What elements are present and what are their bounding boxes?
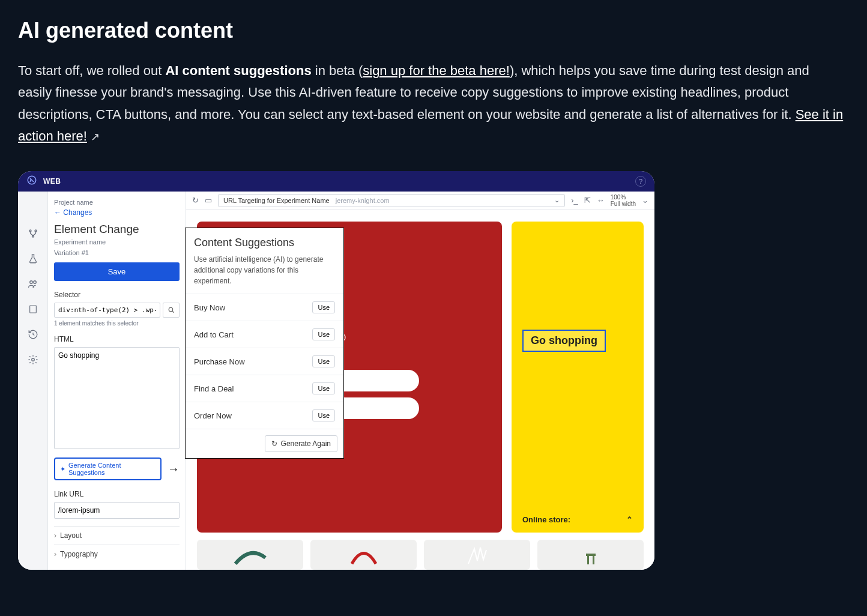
suggestion-row: Find a Deal Use: [186, 375, 343, 402]
cursor-icon[interactable]: ⇱: [584, 196, 591, 205]
svg-point-1: [29, 230, 31, 232]
generate-again-label: Generate Again: [281, 439, 331, 448]
preview-thumbnails: [186, 533, 654, 570]
svg-rect-6: [29, 306, 36, 313]
back-to-changes-link[interactable]: ← Changes: [54, 208, 180, 217]
product-label: WEB: [43, 177, 61, 186]
code-icon[interactable]: ›_: [571, 196, 578, 205]
panel-title: Element Change: [54, 223, 180, 236]
selector-label: Selector: [54, 291, 180, 299]
html-textarea[interactable]: [54, 347, 180, 449]
refresh-icon: ↻: [271, 439, 277, 448]
use-suggestion-button[interactable]: Use: [312, 328, 335, 340]
html-label: HTML: [54, 335, 180, 343]
suggestion-text: Buy Now: [194, 303, 225, 312]
external-link-icon: ↗: [91, 128, 100, 146]
link-url-input[interactable]: [54, 502, 180, 519]
svg-rect-10: [587, 556, 589, 564]
thumbnail-4: [537, 540, 644, 570]
intro-paragraph: To start off, we rolled out AI content s…: [18, 60, 847, 147]
selector-input[interactable]: [54, 303, 160, 318]
svg-point-2: [35, 230, 37, 232]
intro-text-1: To start off, we rolled out: [18, 63, 165, 78]
generate-suggestions-label: Generate Content Suggestions: [68, 462, 156, 476]
suggestion-text: Order Now: [194, 411, 232, 420]
zoom-percent: 100%: [611, 194, 636, 201]
variation-label: Variation #1: [54, 249, 180, 256]
intro-bold: AI content suggestions: [165, 63, 311, 78]
chevron-down-icon: ⌄: [554, 196, 560, 204]
chevron-down-icon[interactable]: ⌄: [642, 196, 648, 205]
save-button[interactable]: Save: [54, 262, 180, 281]
generate-again-button[interactable]: ↻ Generate Again: [265, 435, 337, 452]
suggestion-row: Purchase Now Use: [186, 348, 343, 375]
settings-gear-icon[interactable]: [27, 354, 39, 366]
signup-link[interactable]: sign up for the beta here!: [363, 63, 510, 78]
app-topbar: WEB ?: [18, 171, 654, 192]
chevron-right-icon: ›: [54, 531, 56, 540]
refresh-icon[interactable]: ↻: [192, 196, 199, 205]
url-title: URL Targeting for Experiment Name: [223, 197, 330, 204]
generate-suggestions-button[interactable]: ✦ Generate Content Suggestions: [54, 457, 162, 480]
element-change-panel: Project name ← Changes Element Change Ex…: [48, 192, 186, 570]
sparkle-icon: ✦: [60, 465, 65, 473]
audiences-icon[interactable]: [27, 278, 39, 290]
preview-yellow-card: Go shopping Online store: ⌃: [512, 222, 644, 533]
svg-point-4: [29, 281, 32, 284]
help-icon[interactable]: ?: [635, 176, 646, 187]
svg-rect-11: [593, 556, 594, 564]
pages-icon[interactable]: [27, 303, 39, 315]
url-targeting-box[interactable]: URL Targeting for Experiment Name jeremy…: [218, 194, 565, 207]
typography-section-toggle[interactable]: ›Typography: [54, 545, 180, 563]
history-icon[interactable]: [27, 328, 39, 340]
suggestion-row: Add to Cart Use: [186, 321, 343, 348]
page-heading: AI generated content: [18, 18, 849, 43]
project-name-label: Project name: [54, 199, 180, 206]
svg-point-7: [31, 358, 34, 361]
typography-section-label: Typography: [60, 550, 98, 558]
chevron-up-icon[interactable]: ⌃: [626, 515, 633, 524]
experiment-name: Experiment name: [54, 238, 180, 246]
use-suggestion-button[interactable]: Use: [312, 382, 335, 394]
chevron-right-icon: ›: [54, 550, 56, 558]
app-logo-icon: [26, 175, 37, 189]
selector-search-button[interactable]: [163, 303, 180, 318]
yellow-footer-label: Online store:: [522, 515, 570, 524]
link-url-label: Link URL: [54, 490, 180, 498]
layout-section-label: Layout: [60, 531, 82, 540]
selector-match-note: 1 element matches this selector: [54, 320, 180, 327]
zoom-indicator[interactable]: 100% Full width: [611, 194, 636, 207]
suggestion-text: Purchase Now: [194, 357, 245, 366]
flask-icon[interactable]: [27, 253, 39, 265]
thumbnail-3: [424, 540, 530, 570]
icon-rail: [18, 192, 48, 570]
arrow-right-icon: →: [168, 462, 180, 476]
suggestion-text: Add to Cart: [194, 330, 234, 339]
suggestion-row: Order Now Use: [186, 402, 343, 429]
resize-icon[interactable]: ↔: [597, 196, 605, 205]
layout-section-toggle[interactable]: ›Layout: [54, 526, 180, 545]
thumbnail-2: [310, 540, 417, 570]
svg-point-5: [33, 281, 36, 284]
popover-title: Content Suggestions: [186, 228, 343, 254]
suggestion-text: Find a Deal: [194, 384, 234, 393]
intro-text-2: in beta (: [312, 63, 363, 78]
svg-point-8: [169, 307, 173, 312]
svg-rect-9: [586, 554, 596, 556]
zoom-mode: Full width: [611, 201, 636, 207]
popover-description: Use artificial intelligence (AI) to gene…: [186, 254, 343, 294]
app-screenshot: WEB ? Project name ← Changes Element Cha…: [18, 171, 654, 570]
canvas-toolbar: ↻ ▭ URL Targeting for Experiment Name je…: [186, 192, 654, 210]
url-host: jeremy-knight.com: [336, 197, 390, 204]
branches-icon[interactable]: [27, 228, 39, 240]
preview-selected-cta[interactable]: Go shopping: [522, 330, 606, 352]
content-suggestions-popover: Content Suggestions Use artificial intel…: [185, 228, 344, 459]
use-suggestion-button[interactable]: Use: [312, 355, 335, 367]
suggestion-row: Buy Now Use: [186, 294, 343, 321]
use-suggestion-button[interactable]: Use: [312, 301, 335, 313]
window-icon[interactable]: ▭: [205, 196, 212, 205]
use-suggestion-button[interactable]: Use: [312, 409, 335, 421]
thumbnail-1: [197, 540, 303, 570]
